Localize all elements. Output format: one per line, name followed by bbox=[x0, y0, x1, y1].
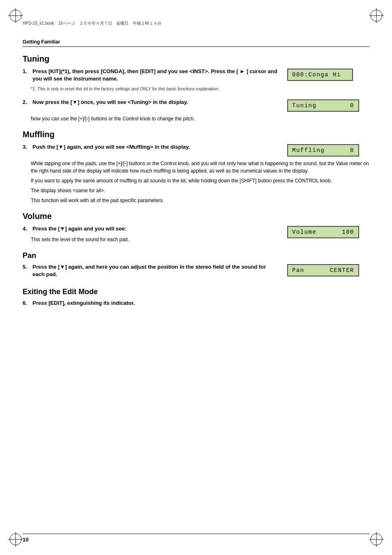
display-muffling-value: 0 bbox=[350, 147, 354, 154]
step-2-row: 2. Now press the [▼] once, you will see … bbox=[23, 99, 369, 112]
step-4-display-area: Volume 100 bbox=[287, 225, 369, 238]
step-5-display-area: Pan CENTER bbox=[287, 263, 369, 276]
header-bar: HPD-10_e1.book 10ページ ２０６年４月７日 金曜日 午後２時１４… bbox=[23, 21, 369, 26]
step-5: 5. Press the [▼] again, and here you can… bbox=[23, 263, 279, 278]
step-4-body: This sets the level of the sound for eac… bbox=[31, 236, 279, 243]
display-tuning: Tuning 0 bbox=[287, 99, 359, 112]
muffling-body-2: If you want to apply the same amount of … bbox=[31, 177, 369, 184]
bottom-bar: 10 bbox=[23, 534, 369, 543]
step-3-row: 3. Push the [▼] again, and you will see … bbox=[23, 143, 369, 157]
display-pan-value: CENTER bbox=[330, 267, 354, 274]
tuning-heading: Tuning bbox=[23, 54, 369, 64]
step-2: 2. Now press the [▼] once, you will see … bbox=[23, 99, 279, 106]
step-2-body: Now you can use the [+]/[-] buttons or t… bbox=[31, 115, 369, 122]
step-2-display-area: Tuning 0 bbox=[287, 99, 369, 112]
display-volume: Volume 100 bbox=[287, 226, 359, 238]
header-text: HPD-10_e1.book 10ページ ２０６年４月７日 金曜日 午後２時１４… bbox=[23, 21, 161, 25]
step-3-number: 3. bbox=[23, 144, 31, 150]
step-1-number: 1. bbox=[23, 68, 31, 74]
display-volume-value: 100 bbox=[342, 229, 354, 235]
step-4-text: Press the [▼] again and you will see: bbox=[32, 225, 279, 233]
step-5-content: 5. Press the [▼] again, and here you can… bbox=[23, 263, 287, 281]
display-tuning-text: Tuning bbox=[292, 102, 316, 109]
step-5-text: Press the [▼] again, and here you can ad… bbox=[32, 263, 279, 278]
display-conga-hi: 008:Conga Hi bbox=[287, 69, 353, 81]
step-2-text: Now press the [▼] once, you will see <Tu… bbox=[32, 99, 279, 106]
step-4-content: 4. Press the [▼] again and you will see:… bbox=[23, 225, 287, 246]
step-1-footnote: *1: This is only to reset this kit to th… bbox=[31, 86, 279, 92]
exiting-heading: Exiting the Edit Mode bbox=[23, 288, 369, 296]
step-2-number: 2. bbox=[23, 99, 31, 105]
muffling-heading: Muffling bbox=[23, 130, 369, 139]
step-3-display-area: Muffling 0 bbox=[287, 143, 369, 157]
step-4-number: 4. bbox=[23, 226, 31, 232]
display-pan: Pan CENTER bbox=[287, 264, 359, 276]
step-6-text: Press [EDIT], extinguishing its indicato… bbox=[32, 299, 369, 307]
step-4-row: 4. Press the [▼] again and you will see:… bbox=[23, 225, 369, 246]
display-conga-hi-text: 008:Conga Hi bbox=[292, 71, 341, 78]
muffling-body-1: While tapping one of the pads, use the [… bbox=[31, 160, 369, 175]
display-muffling: Muffling 0 bbox=[287, 144, 359, 157]
step-6-number: 6. bbox=[23, 300, 31, 306]
section-label: Getting Familiar bbox=[23, 39, 369, 47]
corner-mark-tl bbox=[8, 8, 23, 23]
display-volume-text: Volume bbox=[292, 229, 316, 235]
content-area: Getting Familiar Tuning 1. Press [KIT](*… bbox=[23, 39, 369, 522]
step-3: 3. Push the [▼] again, and you will see … bbox=[23, 143, 279, 151]
step-1-row: 1. Press [KIT](*1), then press [CONGA], … bbox=[23, 68, 369, 95]
muffling-body-4: This function will work with all of the … bbox=[31, 197, 369, 204]
corner-mark-bl bbox=[8, 532, 23, 547]
page-number: 10 bbox=[23, 537, 28, 543]
step-1-content: 1. Press [KIT](*1), then press [CONGA], … bbox=[23, 68, 287, 95]
step-1-display-area: 008:Conga Hi bbox=[287, 68, 369, 81]
step-4: 4. Press the [▼] again and you will see: bbox=[23, 225, 279, 233]
step-5-number: 5. bbox=[23, 264, 31, 270]
display-pan-text: Pan bbox=[292, 267, 304, 274]
corner-mark-br bbox=[369, 532, 384, 547]
page-container: HPD-10_e1.book 10ページ ２０６年４月７日 金曜日 午後２時１４… bbox=[0, 0, 392, 555]
step-1: 1. Press [KIT](*1), then press [CONGA], … bbox=[23, 68, 279, 83]
pan-heading: Pan bbox=[23, 251, 369, 260]
corner-mark-tr bbox=[369, 8, 384, 23]
step-6: 6. Press [EDIT], extinguishing its indic… bbox=[23, 299, 369, 307]
step-3-content: 3. Push the [▼] again, and you will see … bbox=[23, 143, 287, 154]
muffling-body-3: The display shows <same for all>. bbox=[31, 187, 369, 194]
display-muffling-text: Muffling bbox=[292, 147, 325, 154]
volume-heading: Volume bbox=[23, 212, 369, 221]
step-5-row: 5. Press the [▼] again, and here you can… bbox=[23, 263, 369, 281]
step-3-text: Push the [▼] again, and you will see <Mu… bbox=[32, 143, 279, 151]
step-2-content: 2. Now press the [▼] once, you will see … bbox=[23, 99, 287, 109]
display-tuning-value: 0 bbox=[350, 102, 354, 109]
step-1-text: Press [KIT](*1), then press [CONGA], the… bbox=[32, 68, 279, 83]
